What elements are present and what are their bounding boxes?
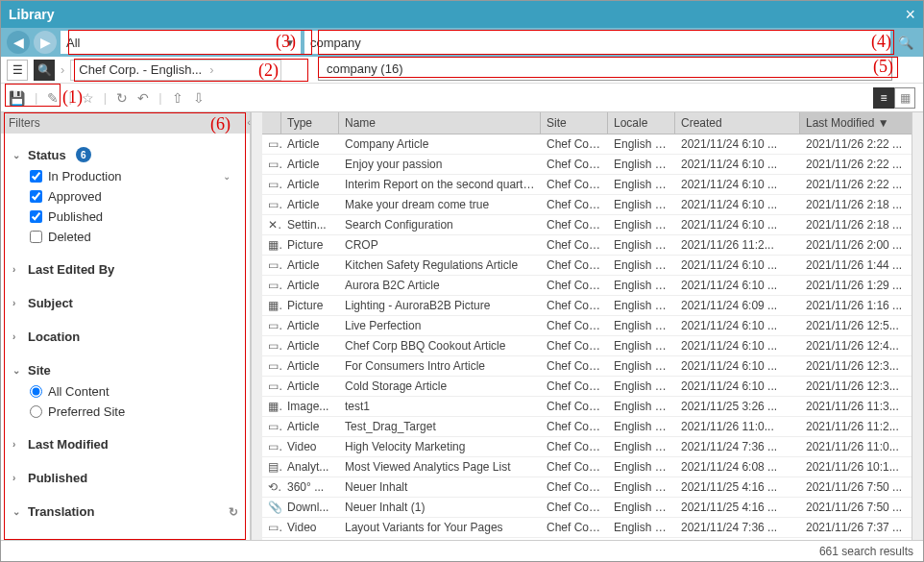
- table-row[interactable]: ▦PictureLighting - AuroraB2B PictureChef…: [262, 296, 912, 316]
- table-row[interactable]: ▭VideoHigh Velocity MarketingChef Corp.E…: [262, 437, 912, 457]
- chevron-down-icon: ⌄: [12, 365, 22, 376]
- table-row[interactable]: ▭ArticleTest_Drag_TargetChef Corp.Englis…: [262, 417, 912, 437]
- table-row[interactable]: ⟲360° ...Neuer InhaltChef Corp.English (…: [262, 477, 912, 498]
- cell-site: Chef Corp.: [541, 135, 608, 153]
- cell-created: 2021/11/24 6:10 ...: [675, 156, 800, 173]
- filter-deleted[interactable]: Deleted: [12, 227, 238, 247]
- cell-created: 2021/11/24 6:08 ...: [675, 458, 800, 476]
- col-locale[interactable]: Locale: [608, 112, 675, 134]
- col-site[interactable]: Site: [541, 112, 608, 134]
- search-mode-button[interactable]: 🔍: [34, 60, 55, 81]
- cell-name: Neuer Inhalt (1): [339, 499, 541, 516]
- filter-group-last-modified[interactable]: ›Last Modified: [12, 433, 238, 455]
- cell-created: 2021/11/25 4:16 ...: [675, 499, 800, 516]
- filter-group-site[interactable]: ⌄Site: [12, 359, 238, 381]
- cell-site: Chef Corp.: [541, 317, 608, 334]
- chevron-right-icon: ›: [209, 62, 213, 77]
- breadcrumb-label: Chef Corp. - English...: [79, 62, 202, 77]
- search-icon[interactable]: 🔍: [894, 31, 917, 54]
- filter-group-location[interactable]: ›Location: [12, 326, 238, 348]
- table-row[interactable]: ▦PictureCROPChef Corp.English (U...2021/…: [262, 235, 912, 256]
- scrollbar[interactable]: [912, 112, 923, 540]
- cell-modified: 2021/11/26 7:50 ...: [800, 478, 912, 496]
- cell-created: 2021/11/24 6:10 ...: [675, 337, 800, 354]
- undo-icon[interactable]: ↶: [137, 90, 149, 106]
- filter-group-subject[interactable]: ›Subject: [12, 292, 238, 314]
- cell-name: Enjoy your passion: [339, 156, 541, 173]
- breadcrumb[interactable]: Chef Corp. - English... ›: [70, 60, 281, 81]
- table-row[interactable]: ▭ArticleLive PerfectionChef Corp.English…: [262, 316, 912, 336]
- cell-type: Video: [281, 438, 339, 455]
- cell-created: 2021/11/24 6:10 ...: [675, 176, 800, 193]
- chevron-down-icon[interactable]: ⌄: [223, 171, 232, 182]
- filter-site-all[interactable]: All Content: [12, 381, 238, 402]
- search-suggest-item[interactable]: company (16): [319, 58, 891, 80]
- table-row[interactable]: ▭ArticleCold Storage ArticleChef Corp.En…: [262, 377, 912, 397]
- table-row[interactable]: ▦Image...test1Chef Corp.English (U...202…: [262, 397, 912, 417]
- filter-in-production[interactable]: In Production ⌄: [12, 166, 238, 186]
- cell-type: Downl...: [281, 499, 339, 516]
- col-name[interactable]: Name: [339, 112, 541, 134]
- close-icon[interactable]: ×: [905, 5, 915, 25]
- cell-name: test1: [339, 398, 541, 415]
- collapse-icon[interactable]: ‹: [247, 116, 251, 128]
- col-created[interactable]: Created: [675, 112, 800, 134]
- refresh-icon[interactable]: ↻: [116, 90, 128, 106]
- table-row[interactable]: ▭VideoLayout Variants for Your PagesChef…: [262, 518, 912, 538]
- row-type-icon: ▭: [262, 519, 281, 536]
- cell-locale: English (U...: [608, 236, 675, 254]
- cell-name: High Velocity Marketing: [339, 438, 541, 455]
- grid-view-button[interactable]: ▦: [894, 87, 915, 109]
- cell-site: Chef Corp.: [541, 357, 608, 375]
- cell-name: Chef Corp BBQ Cookout Article: [339, 337, 541, 354]
- save-icon[interactable]: 💾: [9, 90, 25, 106]
- cell-created: 2021/11/24 6:10 ...: [675, 257, 800, 274]
- scrollbar[interactable]: [251, 112, 262, 540]
- filter-group-status[interactable]: ⌄ Status 6: [12, 143, 238, 166]
- filter-published[interactable]: Published: [12, 207, 238, 227]
- forward-button[interactable]: ▶: [34, 31, 57, 54]
- cell-modified: 2021/11/26 10:1...: [800, 458, 912, 476]
- tree-mode-button[interactable]: ☰: [7, 60, 28, 81]
- star-icon[interactable]: ☆: [82, 90, 94, 106]
- filter-approved[interactable]: Approved: [12, 186, 238, 207]
- cell-created: 2021/11/24 6:10 ...: [675, 135, 800, 153]
- cell-type: Video: [281, 519, 339, 536]
- back-button[interactable]: ◀: [7, 31, 30, 54]
- filter-group-last-edited[interactable]: ›Last Edited By: [12, 258, 238, 281]
- cell-created: 2021/11/26 11:2...: [675, 236, 800, 254]
- col-type[interactable]: Type: [281, 112, 339, 134]
- cell-site: Chef Corp.: [541, 236, 608, 254]
- filter-site-preferred[interactable]: Preferred Site: [12, 402, 238, 422]
- refresh-icon[interactable]: ↻: [229, 505, 238, 519]
- cell-modified: 2021/11/26 1:16 ...: [800, 297, 912, 314]
- cell-site: Chef Corp.: [541, 458, 608, 476]
- col-last-modified[interactable]: Last Modified ▼: [800, 112, 912, 134]
- search-input[interactable]: company: [304, 31, 890, 54]
- cell-locale: English (U...: [608, 297, 675, 314]
- cell-locale: English (U...: [608, 135, 675, 153]
- table-row[interactable]: ▭ArticleCompany ArticleChef Corp.English…: [262, 134, 912, 155]
- table-row[interactable]: ▭ArticleMake your dream come trueChef Co…: [262, 195, 912, 215]
- table-row[interactable]: ▭ArticleFor Consumers Intro ArticleChef …: [262, 356, 912, 377]
- table-row[interactable]: ▭ArticleInterim Report on the second qua…: [262, 175, 912, 195]
- table-row[interactable]: ▭ArticleAurora B2C ArticleChef Corp.Engl…: [262, 276, 912, 296]
- type-filter-select[interactable]: All ▼: [61, 31, 301, 54]
- filter-group-published[interactable]: ›Published: [12, 467, 238, 489]
- download-icon[interactable]: ⇩: [193, 90, 205, 106]
- table-row[interactable]: ▭ArticleKitchen Safety Regulations Artic…: [262, 256, 912, 276]
- table-row[interactable]: ▭ArticleEnjoy your passionChef Corp.Engl…: [262, 155, 912, 175]
- table-row[interactable]: ▤Analyt...Most Viewed Analytics Page Lis…: [262, 457, 912, 477]
- row-type-icon: ✕: [262, 216, 281, 233]
- table-row[interactable]: ▭ArticleChef Corp BBQ Cookout ArticleChe…: [262, 336, 912, 356]
- table-row[interactable]: ✕Settin...Search ConfigurationChef Corp.…: [262, 215, 912, 235]
- list-view-button[interactable]: ≡: [873, 87, 894, 109]
- filter-group-translation[interactable]: ⌄Translation↻: [12, 501, 238, 523]
- cell-locale: English (U...: [608, 499, 675, 516]
- cell-name: Search Configuration: [339, 216, 541, 233]
- chevron-down-icon: ⌄: [12, 506, 22, 517]
- table-row[interactable]: 📎Downl...Neuer Inhalt (1)Chef Corp.Engli…: [262, 498, 912, 518]
- edit-icon[interactable]: ✎: [47, 90, 59, 106]
- cell-site: Chef Corp.: [541, 519, 608, 536]
- upload-icon[interactable]: ⇧: [172, 90, 183, 106]
